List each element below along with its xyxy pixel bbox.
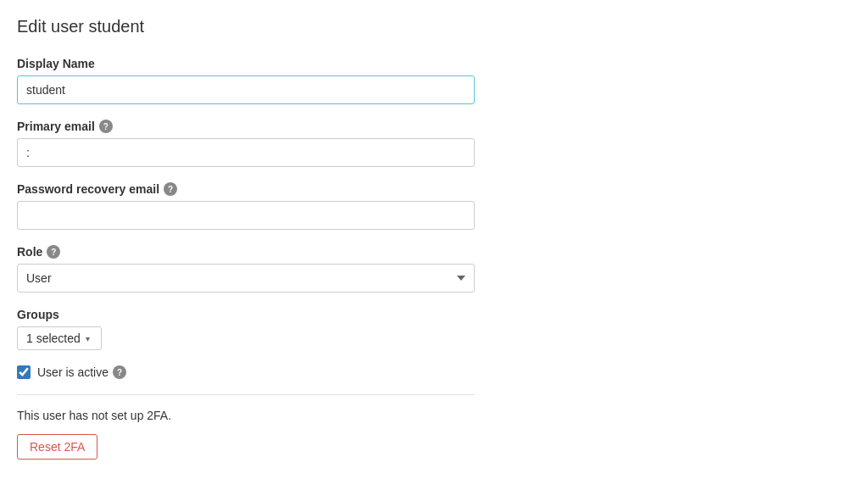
display-name-input[interactable] [17,75,475,104]
password-recovery-email-label: Password recovery email ? [17,182,851,196]
page-title: Edit user student [17,17,851,36]
user-active-checkbox[interactable] [17,365,31,379]
groups-caret-icon: ▾ [86,334,90,343]
primary-email-group: Primary email ? [17,120,851,167]
password-recovery-help-icon[interactable]: ? [164,182,177,196]
twofa-message: This user has not set up 2FA. [17,409,851,422]
role-help-icon[interactable]: ? [47,245,60,259]
role-label: Role ? [17,245,851,259]
user-active-label[interactable]: User is active ? [37,365,126,379]
groups-selected-text: 1 selected [26,332,81,345]
display-name-group: Display Name [17,57,851,104]
display-name-label: Display Name [17,57,851,70]
role-select[interactable]: User Admin Manager [17,264,475,293]
primary-email-help-icon[interactable]: ? [99,120,113,133]
section-divider [17,394,475,395]
reset-2fa-button[interactable]: Reset 2FA [17,434,97,460]
password-recovery-email-group: Password recovery email ? [17,182,851,230]
user-active-group: User is active ? [17,365,851,379]
groups-label: Groups [17,308,851,321]
groups-dropdown[interactable]: 1 selected ▾ [17,326,102,350]
user-active-help-icon[interactable]: ? [113,365,126,379]
password-recovery-email-input[interactable] [17,201,475,230]
primary-email-label: Primary email ? [17,120,851,133]
primary-email-input[interactable] [17,138,475,167]
role-group: Role ? User Admin Manager [17,245,851,293]
groups-group: Groups 1 selected ▾ [17,308,851,350]
